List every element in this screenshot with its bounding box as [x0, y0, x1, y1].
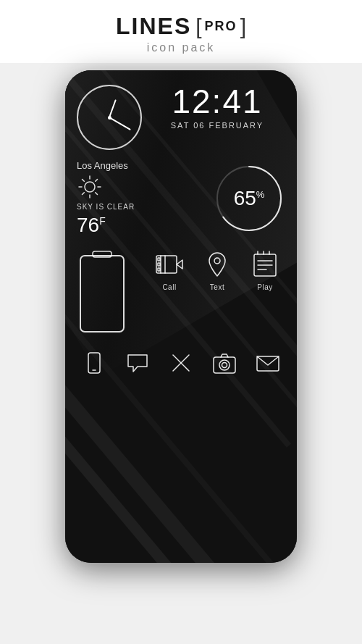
title-row: LINES [ PRO ] [116, 13, 246, 40]
bracket-close: ] [240, 14, 246, 39]
camera-icon-bottom[interactable] [209, 347, 240, 379]
icons-section: Call Text [77, 248, 285, 335]
svg-line-7 [96, 180, 98, 182]
mail-icon-bottom[interactable] [252, 347, 284, 379]
svg-rect-11 [80, 256, 124, 332]
svg-line-5 [83, 180, 85, 182]
app-icon-location[interactable]: Text [197, 248, 237, 291]
analog-clock [77, 85, 142, 150]
svg-rect-17 [158, 258, 160, 261]
clock-center-dot [108, 116, 111, 120]
svg-line-8 [83, 193, 85, 195]
location-pin-icon [201, 248, 233, 280]
chat-icon-bottom[interactable] [122, 347, 153, 379]
phone-icon [81, 350, 107, 376]
svg-point-34 [222, 363, 227, 368]
pro-badge: [ PRO ] [195, 14, 246, 39]
camera-icon [211, 350, 237, 376]
app-icon-video[interactable]: Call [149, 248, 190, 291]
chat-icon [125, 350, 151, 376]
top-row: 12:41 SAT 06 FEBRUARY [77, 85, 285, 150]
app-icon-text-label: Text [210, 283, 224, 291]
svg-point-20 [214, 258, 220, 264]
app-icon-play-label: Play [257, 283, 272, 291]
location-icon-img [201, 248, 233, 280]
battery-percent-text: 65% [234, 187, 265, 210]
battery-icon-large [77, 248, 135, 335]
clock-hour-hand [109, 99, 117, 117]
phone-mockup: 12:41 SAT 06 FEBRUARY Los Angeles [65, 70, 297, 563]
phone-content: 12:41 SAT 06 FEBRUARY Los Angeles [65, 70, 297, 563]
app-subtitle: icon pack [147, 41, 216, 54]
svg-rect-18 [158, 263, 160, 266]
pro-label: PRO [203, 19, 239, 34]
weather-left: Los Angeles SKY IS CLEAR 76F [77, 160, 135, 237]
digital-date: SAT 06 FEBRUARY [149, 121, 285, 130]
video-icon-img [153, 248, 185, 280]
battery-circle-progress: 65% [213, 162, 285, 235]
svg-point-33 [219, 360, 230, 370]
digital-time-block: 12:41 SAT 06 FEBRUARY [142, 85, 285, 130]
weather-section: Los Angeles SKY IS CLEAR 76F [77, 160, 285, 237]
app-title-lines: LINES [116, 13, 191, 40]
weather-location: Los Angeles [77, 160, 135, 171]
sun-icon [77, 174, 103, 200]
notes-icon [249, 248, 281, 280]
weather-temperature: 76F [77, 214, 135, 237]
app-header: LINES [ PRO ] icon pack [0, 0, 362, 63]
app-icon-call-label: Call [162, 283, 176, 291]
app-icons-block: Call Text [142, 248, 285, 291]
bracket-open: [ [195, 14, 201, 39]
notes-icon-img [249, 248, 281, 280]
mail-icon [255, 350, 281, 376]
digital-time: 12:41 [149, 85, 285, 118]
clock-minute-hand [109, 117, 131, 130]
svg-marker-14 [177, 260, 182, 269]
app-icon-notes[interactable]: Play [245, 248, 285, 291]
close-icon-bottom[interactable] [165, 347, 197, 379]
weather-condition: SKY IS CLEAR [77, 203, 135, 211]
app-icons-row-top: Call Text [142, 248, 285, 291]
bottom-icons-row [77, 343, 285, 383]
phone-icon-bottom[interactable] [78, 347, 110, 379]
svg-rect-19 [158, 268, 160, 271]
close-x-icon [168, 350, 194, 376]
svg-point-0 [85, 182, 95, 192]
film-icon [153, 248, 185, 280]
svg-line-6 [96, 193, 98, 195]
